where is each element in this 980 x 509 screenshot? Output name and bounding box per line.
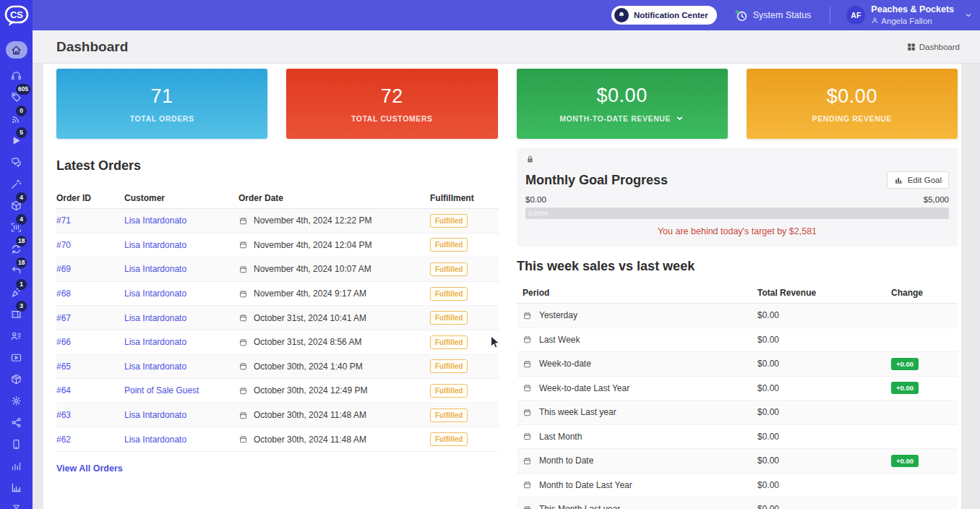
- app-logo[interactable]: CS: [4, 5, 30, 28]
- sidebar-item-headset[interactable]: [0, 64, 33, 86]
- revenue-value: $0.00: [757, 432, 891, 442]
- headset-icon: [10, 69, 22, 82]
- sales-table-header: Period Total Revenue Change: [517, 283, 958, 304]
- edit-goal-button[interactable]: Edit Goal: [887, 171, 949, 189]
- col-customer: Customer: [124, 193, 238, 203]
- change-badge: +0.00: [891, 455, 919, 467]
- revenue-value: $0.00: [757, 407, 891, 417]
- customer-link[interactable]: Lisa Intardonato: [124, 288, 186, 299]
- magic-wand-icon: [10, 178, 22, 190]
- goal-warning-text: You are behind today's target by $2,581: [525, 226, 949, 236]
- order-id-link[interactable]: #66: [56, 337, 71, 347]
- breadcrumb[interactable]: Dashboard: [907, 43, 960, 51]
- period-label: This Month Last year: [539, 504, 620, 509]
- sidebar-item-play[interactable]: 5: [0, 129, 33, 151]
- sidebar-item-home[interactable]: [0, 38, 33, 62]
- sidebar-item-return-arrow[interactable]: 18: [0, 260, 33, 281]
- customer-link[interactable]: Lisa Intardonato: [124, 264, 186, 274]
- order-row: #63 Lisa Intardonato October 30th, 2024 …: [56, 403, 499, 428]
- order-id-link[interactable]: #71: [56, 215, 71, 226]
- sidebar-item-chat[interactable]: [0, 151, 33, 173]
- sidebar-item-package[interactable]: [0, 368, 33, 390]
- calendar-icon: [238, 240, 248, 249]
- order-date: October 31st, 2024 8:56 AM: [254, 337, 361, 347]
- chevron-down-icon: [675, 114, 684, 123]
- order-date: November 4th, 2024 12:04 PM: [254, 240, 371, 250]
- order-date: October 30th, 2024 11:48 AM: [254, 410, 366, 420]
- stat-card[interactable]: $0.00 MONTH-TO-DATE REVENUE: [517, 69, 728, 139]
- calendar-icon: [238, 216, 248, 226]
- order-id-link[interactable]: #67: [56, 313, 71, 323]
- calendar-icon: [523, 383, 532, 393]
- sidebar-badge: 4: [16, 214, 27, 225]
- customer-link[interactable]: Lisa Intardonato: [124, 337, 186, 347]
- goal-min: $0.00: [525, 195, 546, 204]
- order-id-link[interactable]: #63: [56, 410, 71, 420]
- customer-link[interactable]: Lisa Intardonato: [124, 313, 186, 323]
- home-icon: [10, 44, 22, 56]
- customer-link[interactable]: Lisa Intardonato: [124, 240, 186, 250]
- stat-card: 71 TOTAL ORDERS: [56, 69, 267, 139]
- sales-row: Week-to-date $0.00 +0.00: [517, 352, 958, 377]
- sales-row: Month to Date $0.00 +0.00: [517, 449, 958, 474]
- sidebar-item-chart-bars[interactable]: [0, 455, 33, 476]
- customer-link[interactable]: Lisa Intardonato: [124, 362, 186, 372]
- order-row: #64 Point of Sale Guest October 30th, 20…: [56, 379, 499, 403]
- goal-progress-label: 0.00%: [528, 209, 548, 217]
- order-id-link[interactable]: #64: [56, 385, 71, 395]
- notification-center-button[interactable]: Notification Center: [611, 6, 717, 25]
- fulfillment-badge: Fulfilled: [430, 359, 468, 373]
- order-id-link[interactable]: #69: [56, 264, 71, 274]
- orders-table-body: #71 Lisa Intardonato November 4th, 2024 …: [56, 209, 499, 452]
- system-status-button[interactable]: System Status: [734, 9, 812, 22]
- sidebar-item-gear[interactable]: [0, 390, 33, 411]
- topbar-divider: [830, 7, 830, 24]
- sidebar-item-party[interactable]: 1: [0, 281, 33, 303]
- order-row: #68 Lisa Intardonato November 4th, 2024 …: [56, 282, 499, 307]
- customer-link[interactable]: Lisa Intardonato: [124, 215, 186, 226]
- order-date: October 30th, 2024 12:49 PM: [254, 385, 367, 395]
- sidebar-item-mobile[interactable]: [0, 433, 33, 455]
- monthly-goal-title: Monthly Goal Progress: [525, 173, 668, 188]
- revenue-value: $0.00: [757, 359, 891, 369]
- calendar-icon: [523, 408, 532, 417]
- account-menu[interactable]: AF Peaches & Pockets Angela Fallon: [846, 4, 973, 26]
- customer-link[interactable]: Lisa Intardonato: [124, 410, 186, 420]
- goal-progress-bar: 0.00%: [525, 208, 949, 219]
- sidebar-item-broadcast[interactable]: 0: [0, 108, 33, 129]
- sidebar-item-box[interactable]: 4: [0, 194, 33, 216]
- calendar-icon: [523, 456, 532, 466]
- page-title: Dashboard: [56, 39, 128, 55]
- customer-link[interactable]: Point of Sale Guest: [124, 385, 199, 395]
- sidebar-item-video[interactable]: [0, 346, 33, 368]
- order-id-link[interactable]: #65: [56, 362, 71, 372]
- sidebar-item-tag[interactable]: 605: [0, 86, 33, 108]
- sidebar-item-chart-axis[interactable]: [0, 476, 33, 498]
- chat-icon: [10, 156, 22, 168]
- revenue-value: $0.00: [757, 455, 891, 466]
- fulfillment-badge: Fulfilled: [430, 432, 468, 446]
- customer-link[interactable]: Lisa Intardonato: [124, 435, 186, 445]
- sidebar-item-hourglass[interactable]: [0, 498, 33, 509]
- lock-icon: [525, 154, 949, 166]
- bell-icon: [614, 8, 629, 22]
- sidebar-item-magic-wand[interactable]: [0, 173, 33, 194]
- col-fulfillment: Fulfillment: [430, 193, 499, 203]
- sidebar: CS 605 0 5 4 4 18: [0, 0, 33, 509]
- order-id-link[interactable]: #70: [56, 240, 71, 250]
- avatar: AF: [846, 6, 865, 25]
- sales-row: Month to Date Last Year $0.00: [517, 474, 958, 498]
- calendar-icon: [238, 313, 248, 322]
- sidebar-item-sync[interactable]: 18: [0, 238, 33, 260]
- stat-card: 72 TOTAL CUSTOMERS: [286, 69, 497, 139]
- sidebar-item-ticket[interactable]: 3: [0, 303, 33, 325]
- chart-axis-icon: [10, 482, 22, 494]
- view-all-orders-link[interactable]: View All Orders: [56, 463, 123, 474]
- order-id-link[interactable]: #62: [56, 435, 71, 445]
- revenue-value: $0.00: [757, 504, 891, 509]
- sidebar-item-share[interactable]: [0, 411, 33, 433]
- order-id-link[interactable]: #68: [56, 288, 71, 299]
- sidebar-item-contacts[interactable]: [0, 325, 33, 346]
- sidebar-item-barcode-scan[interactable]: 4: [0, 216, 33, 238]
- order-row: #71 Lisa Intardonato November 4th, 2024 …: [56, 209, 499, 234]
